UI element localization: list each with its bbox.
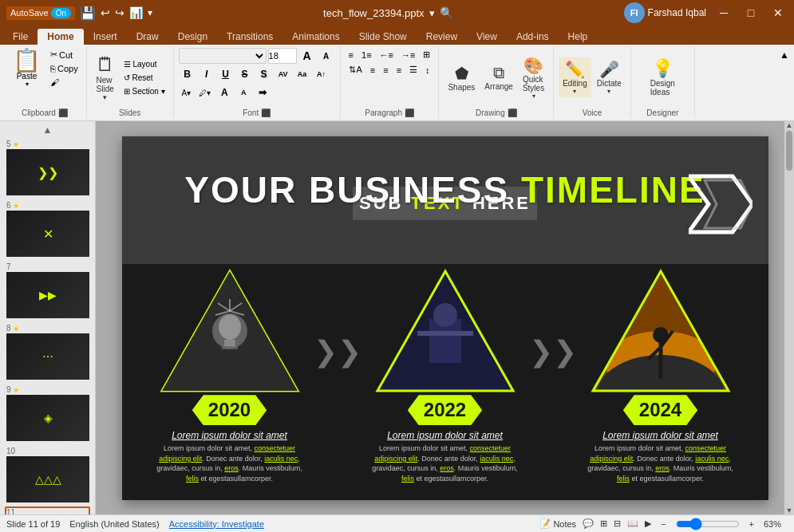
text-dir-button[interactable]: ⇅A	[346, 63, 365, 77]
reset-button[interactable]: ↺ Reset	[120, 72, 168, 84]
slide-thumb-8[interactable]: 8 ★ ⋯	[5, 322, 90, 381]
ribbon-collapse[interactable]: ▲	[778, 46, 791, 119]
font-size-input[interactable]	[268, 48, 297, 64]
justify[interactable]: ☰	[406, 63, 421, 77]
font-color-button[interactable]: A▾	[179, 87, 195, 99]
shapes-button[interactable]: ⬟ Shapes	[444, 61, 479, 94]
decrease-font-2[interactable]: A	[235, 85, 252, 100]
columns-button[interactable]: ⊞	[420, 48, 433, 61]
layout-button[interactable]: ☰ Layout	[120, 58, 168, 70]
vscroll-down[interactable]: ▼	[786, 506, 793, 514]
comments-button[interactable]: 💬	[583, 518, 594, 529]
increase-font-2[interactable]: A	[215, 85, 233, 100]
tab-design[interactable]: Design	[168, 29, 217, 45]
slide-thumb-7[interactable]: 7 ▶▶	[5, 261, 90, 320]
redo-icon[interactable]: ↪	[115, 6, 124, 19]
tab-file[interactable]: File	[3, 29, 38, 45]
line-spacing[interactable]: ↕	[422, 63, 433, 77]
quick-styles-arrow[interactable]: ▾	[532, 93, 535, 100]
search-icon[interactable]: 🔍	[440, 6, 453, 19]
dictate-arrow[interactable]: ▾	[607, 88, 610, 95]
copy-button[interactable]: ⎘ Copy	[47, 62, 81, 75]
accessibility-button[interactable]: Accessibility: Investigate	[169, 519, 264, 529]
bullets-button[interactable]: ≡	[346, 48, 357, 61]
close-button[interactable]: ✕	[768, 3, 788, 22]
paste-button[interactable]: 📋 Paste ▾	[8, 48, 45, 107]
align-right[interactable]: ≡	[393, 63, 405, 77]
dropdown-arrow[interactable]: ▾	[429, 7, 435, 19]
tab-help[interactable]: Help	[559, 29, 598, 45]
format-painter-button[interactable]: 🖌	[47, 76, 81, 89]
drawing-expand[interactable]: ⬛	[508, 108, 517, 117]
quick-styles-button[interactable]: 🎨 QuickStyles ▾	[519, 53, 548, 102]
design-ideas-button[interactable]: 💡 DesignIdeas	[644, 55, 681, 100]
undo-icon[interactable]: ↩	[101, 6, 110, 19]
zoom-in-button[interactable]: +	[746, 518, 757, 530]
indent-increase[interactable]: ➡	[254, 85, 271, 100]
shadow-button[interactable]: S	[255, 66, 273, 82]
font-family-select[interactable]	[179, 48, 267, 64]
section-button[interactable]: ⊞ Section ▾	[120, 85, 168, 97]
vscroll-up[interactable]: ▲	[786, 121, 793, 129]
slideshow-button[interactable]: ▶	[645, 518, 651, 529]
outdent-button[interactable]: ←≡	[377, 48, 397, 61]
canvas-area[interactable]: ▲ ▼ YOUR BUSINESS TIMELINE	[96, 121, 794, 514]
normal-view-button[interactable]: ⊞	[600, 518, 607, 529]
more-icon[interactable]: ▾	[148, 7, 152, 18]
tab-addins[interactable]: Add-ins	[507, 29, 559, 45]
slide-thumb-10[interactable]: 10 △△△	[5, 445, 90, 504]
autosave-toggle[interactable]: AutoSave On	[6, 6, 75, 20]
autosave-state[interactable]: On	[51, 8, 71, 18]
zoom-level[interactable]: 63%	[764, 519, 788, 529]
numbering-button[interactable]: 1≡	[358, 48, 375, 61]
uppercase-button[interactable]: Aa	[294, 66, 311, 82]
tab-insert[interactable]: Insert	[84, 29, 127, 45]
clipboard-expand[interactable]: ⬛	[58, 108, 68, 117]
tab-transitions[interactable]: Transitions	[217, 29, 282, 45]
editing-button[interactable]: ✏️ Editing ▾	[559, 57, 591, 97]
indent-button[interactable]: →≡	[398, 48, 418, 61]
paragraph-expand[interactable]: ⬛	[405, 108, 414, 117]
slide-thumb-11[interactable]: 11 YOUR BUSINESS TIMELINE	[5, 506, 90, 514]
tab-animations[interactable]: Animations	[282, 29, 349, 45]
bold-button[interactable]: B	[179, 66, 196, 82]
new-slide-arrow[interactable]: ▾	[103, 93, 107, 101]
underline-button[interactable]: U	[217, 66, 235, 82]
maximize-button[interactable]: □	[741, 3, 760, 22]
char-space-button[interactable]: AV	[275, 66, 292, 82]
vscroll-thumb[interactable]	[786, 131, 792, 171]
v-scrollbar[interactable]: ▲ ▼	[784, 121, 794, 514]
notes-button[interactable]: 📝 Notes	[539, 518, 576, 529]
slide-canvas[interactable]: YOUR BUSINESS TIMELINE SUB TEXT HERE	[122, 136, 768, 500]
paste-dropdown[interactable]: ▾	[26, 81, 29, 88]
clear-format-button[interactable]: A↑	[313, 66, 330, 82]
minimize-button[interactable]: ─	[714, 3, 733, 22]
tab-slideshow[interactable]: Slide Show	[350, 29, 417, 45]
slide-thumb-9[interactable]: 9 ★ ◈	[5, 384, 90, 443]
user-badge[interactable]: FI Farshad Iqbal	[624, 2, 706, 23]
filename[interactable]: tech_flow_23394.pptx	[323, 7, 424, 19]
zoom-slider[interactable]	[676, 518, 740, 530]
cut-button[interactable]: ✂ Cut	[47, 48, 81, 61]
align-left[interactable]: ≡	[367, 63, 378, 77]
arrange-button[interactable]: ⧉ Arrange	[480, 61, 517, 93]
collapse-icon[interactable]: ▲	[780, 49, 789, 61]
reading-view-button[interactable]: 📖	[627, 518, 638, 529]
tab-draw[interactable]: Draw	[127, 29, 168, 45]
dictate-button[interactable]: 🎤 Dictate ▾	[593, 57, 626, 97]
tab-home[interactable]: Home	[38, 29, 83, 45]
increase-font-button[interactable]: A	[298, 48, 316, 64]
tab-review[interactable]: Review	[417, 29, 467, 45]
scroll-up-button[interactable]: ▲	[2, 124, 93, 136]
highlight-button[interactable]: 🖊▾	[196, 87, 214, 99]
align-center[interactable]: ≡	[380, 63, 391, 77]
font-expand[interactable]: ⬛	[261, 108, 271, 117]
save-icon[interactable]: 💾	[80, 6, 96, 21]
editing-arrow[interactable]: ▾	[573, 88, 576, 95]
zoom-out-button[interactable]: −	[658, 518, 669, 530]
strikethrough-button[interactable]: S	[236, 66, 254, 82]
slide-sorter-button[interactable]: ⊟	[614, 518, 621, 529]
slide-thumb-6[interactable]: 6 ★ ✕	[5, 199, 90, 258]
italic-button[interactable]: I	[198, 66, 215, 82]
new-slide-button[interactable]: 🗒 NewSlide ▾	[92, 51, 119, 104]
